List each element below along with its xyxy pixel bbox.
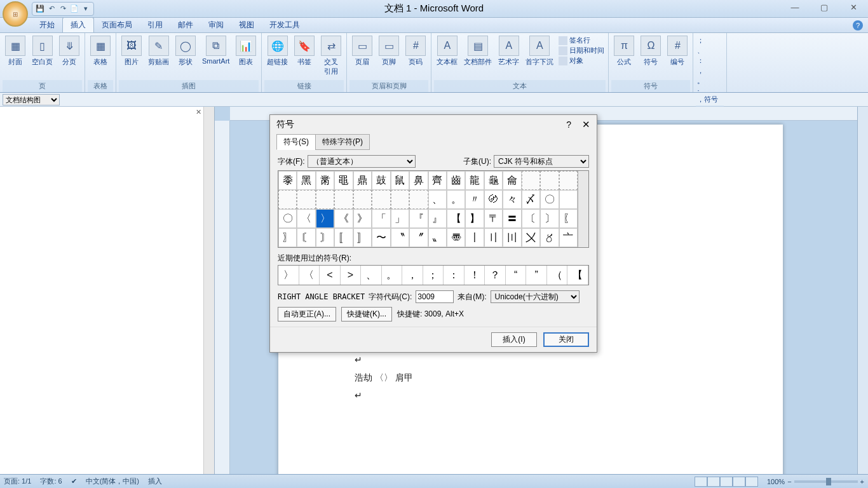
symbol-shortcut[interactable]: · bbox=[697, 86, 718, 94]
symbol-cell[interactable]: 、 bbox=[428, 190, 447, 209]
symbol-cell[interactable] bbox=[409, 190, 428, 209]
symbol-cell[interactable]: 鼓 bbox=[372, 171, 390, 190]
qat-dropdown-icon[interactable]: ▾ bbox=[81, 4, 91, 14]
symbol-cell[interactable]: 〉 bbox=[316, 209, 334, 228]
symbol-cell[interactable] bbox=[540, 171, 559, 190]
dialog-close-icon[interactable]: ✕ bbox=[582, 119, 590, 130]
status-language[interactable]: 中文(简体，中国) bbox=[86, 477, 139, 486]
symbol-cell[interactable] bbox=[559, 190, 578, 209]
tab-layout[interactable]: 页面布局 bbox=[94, 18, 140, 32]
symbol-cell[interactable]: 〙 bbox=[316, 228, 334, 247]
symbol-cell[interactable]: 鼎 bbox=[353, 171, 372, 190]
help-icon[interactable]: ? bbox=[853, 20, 863, 30]
zoom-slider[interactable] bbox=[794, 480, 858, 483]
nav-pane-select[interactable]: 文档结构图 bbox=[3, 94, 60, 105]
symbol-cell[interactable]: 龍 bbox=[465, 171, 484, 190]
ribbon-small-button[interactable]: 日期和时间 bbox=[559, 46, 604, 55]
dialog-tab-special[interactable]: 特殊字符(P) bbox=[315, 134, 370, 150]
symbol-shortcut[interactable]: ， bbox=[697, 66, 718, 76]
tab-insert[interactable]: 插入 bbox=[62, 17, 94, 32]
status-page[interactable]: 页面: 1/1 bbox=[4, 477, 31, 486]
recent-symbol[interactable]: 〉 bbox=[278, 266, 299, 285]
ribbon-small-button[interactable]: 签名行 bbox=[559, 36, 604, 45]
symbol-cell[interactable]: 〖 bbox=[559, 209, 578, 228]
ribbon-small-button[interactable]: 对象 bbox=[559, 56, 604, 65]
ribbon-button[interactable]: ▯空白页 bbox=[29, 34, 55, 68]
symbol-cell[interactable]: 黽 bbox=[334, 171, 353, 190]
recent-symbol[interactable]: ” bbox=[526, 266, 547, 285]
recent-symbol[interactable]: ： bbox=[444, 266, 465, 285]
symbol-shortcut[interactable]: ： bbox=[697, 56, 718, 65]
zoom-out-icon[interactable]: − bbox=[787, 478, 791, 485]
recent-symbol[interactable]: ？ bbox=[485, 266, 506, 285]
recent-symbol[interactable]: < bbox=[320, 266, 341, 285]
recent-symbol[interactable]: ； bbox=[423, 266, 444, 285]
symbol-cell[interactable]: 〤 bbox=[522, 228, 540, 247]
dialog-titlebar[interactable]: 符号 ? ✕ bbox=[270, 115, 597, 134]
symbol-cell[interactable]: 〆 bbox=[522, 190, 540, 209]
view-web-icon[interactable] bbox=[720, 477, 733, 487]
subset-select[interactable]: CJK 符号和标点 bbox=[494, 155, 589, 168]
symbol-shortcut[interactable]: ，符号 bbox=[697, 95, 718, 104]
symbol-cell[interactable]: 〜 bbox=[372, 228, 390, 247]
symbol-cell[interactable]: 〟 bbox=[428, 228, 447, 247]
symbol-cell[interactable] bbox=[278, 190, 297, 209]
dialog-tab-symbols[interactable]: 符号(S) bbox=[276, 134, 316, 150]
symbol-cell[interactable]: 〃 bbox=[465, 190, 484, 209]
ribbon-button[interactable]: ▭页脚 bbox=[376, 34, 402, 68]
symbol-cell[interactable]: 『 bbox=[409, 209, 428, 228]
symbol-cell[interactable]: 〠 bbox=[447, 228, 465, 247]
vertical-ruler[interactable] bbox=[215, 121, 230, 474]
tab-review[interactable]: 审阅 bbox=[201, 18, 231, 32]
symbol-cell[interactable]: 〕 bbox=[540, 209, 559, 228]
tab-view[interactable]: 视图 bbox=[231, 18, 262, 32]
office-button[interactable]: ⊞ bbox=[3, 1, 28, 27]
symbol-cell[interactable]: 〝 bbox=[391, 228, 409, 247]
symbol-cell[interactable]: 〛 bbox=[353, 228, 372, 247]
view-draft-icon[interactable] bbox=[745, 477, 758, 487]
symbol-cell[interactable]: 〈 bbox=[297, 209, 315, 228]
symbol-shortcut[interactable]: 。 bbox=[697, 76, 718, 86]
close-button[interactable]: ✕ bbox=[839, 0, 868, 14]
status-words[interactable]: 字数: 6 bbox=[40, 477, 62, 486]
ribbon-button[interactable]: 🔖书签 bbox=[292, 34, 317, 68]
recent-symbol[interactable]: “ bbox=[506, 266, 527, 285]
view-print-icon[interactable] bbox=[695, 477, 707, 487]
ribbon-button[interactable]: π公式 bbox=[611, 34, 637, 68]
zoom-level[interactable]: 100% bbox=[767, 478, 785, 485]
symbol-cell[interactable]: 〇 bbox=[540, 190, 559, 209]
new-icon[interactable]: 📄 bbox=[69, 4, 79, 14]
symbol-cell[interactable] bbox=[559, 171, 578, 190]
symbol-cell[interactable]: 。 bbox=[447, 190, 465, 209]
symbol-cell[interactable] bbox=[297, 190, 315, 209]
ribbon-button[interactable]: A文本框 bbox=[434, 34, 460, 68]
symbol-cell[interactable]: 〔 bbox=[522, 209, 540, 228]
symbol-cell[interactable] bbox=[391, 190, 409, 209]
recent-symbol[interactable]: ， bbox=[402, 266, 423, 285]
maximize-button[interactable]: ▢ bbox=[810, 0, 839, 14]
symbol-cell[interactable] bbox=[316, 190, 334, 209]
view-outline-icon[interactable] bbox=[733, 477, 745, 487]
symbol-cell[interactable] bbox=[353, 190, 372, 209]
symbol-cell[interactable] bbox=[522, 171, 540, 190]
recent-symbol[interactable]: 。 bbox=[382, 266, 403, 285]
symbol-cell[interactable]: 〣 bbox=[503, 228, 521, 247]
symbol-cell[interactable]: 鼻 bbox=[409, 171, 428, 190]
symbol-cell[interactable]: 〥 bbox=[540, 228, 559, 247]
ribbon-button[interactable]: #页码 bbox=[403, 34, 428, 68]
status-mode[interactable]: 插入 bbox=[148, 477, 162, 486]
close-dialog-button[interactable]: 关闭 bbox=[543, 332, 589, 347]
tab-references[interactable]: 引用 bbox=[140, 18, 170, 32]
autocorrect-button[interactable]: 自动更正(A)... bbox=[278, 307, 336, 322]
document-text[interactable]: 浩劫 〈〉 肩甲 bbox=[355, 369, 707, 386]
save-icon[interactable]: 💾 bbox=[35, 4, 45, 14]
font-select[interactable]: （普通文本） bbox=[308, 155, 416, 168]
from-select[interactable]: Unicode(十六进制) bbox=[491, 290, 580, 303]
symbol-cell[interactable]: 龜 bbox=[484, 171, 503, 190]
navpane-scrollbar[interactable] bbox=[203, 107, 214, 474]
symbol-cell[interactable]: 【 bbox=[447, 209, 465, 228]
ribbon-button[interactable]: A首字下沉 bbox=[523, 34, 556, 68]
symbol-cell[interactable]: 龠 bbox=[503, 171, 521, 190]
recent-symbol[interactable]: 【 bbox=[567, 266, 588, 285]
symbol-cell[interactable]: 】 bbox=[465, 209, 484, 228]
